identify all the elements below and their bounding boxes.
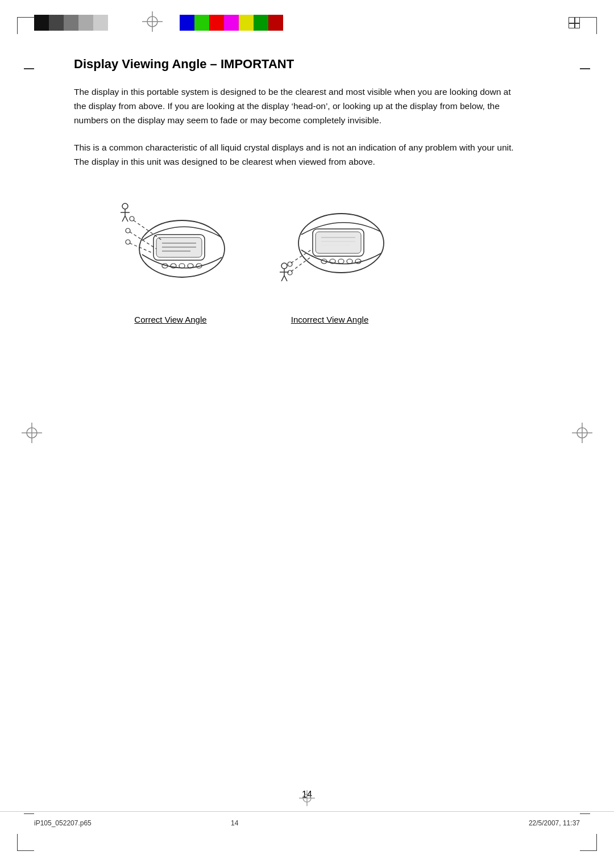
svg-point-22 [122,203,128,209]
paragraph-1: The display in this portable system is d… [74,85,517,127]
svg-point-40 [347,259,352,264]
color-blocks-left [34,15,108,31]
color-block-dark-red [268,15,283,31]
corner-mark-bl [17,834,34,851]
svg-line-29 [130,243,154,253]
top-center-crosshair [142,11,163,34]
paragraph-2: This is a common characteristic of all l… [74,141,517,169]
tick-left-top [24,68,34,69]
top-right-marks [569,17,580,28]
bottom-page-num: 14 [231,819,238,827]
svg-rect-33 [316,232,361,253]
color-block-dark-green [254,15,268,31]
section-title: Display Viewing Angle – IMPORTANT [74,57,540,72]
svg-point-17 [179,264,185,268]
tick-right-top [580,68,590,69]
svg-line-47 [291,249,313,263]
color-block-mid-gray [64,15,78,31]
color-block-yellow [239,15,254,31]
svg-point-42 [281,263,287,269]
bottom-bar: iP105_052207.p65 14 22/5/2007, 11:37 [0,811,614,834]
color-blocks-right [180,15,283,31]
incorrect-view-diagram: Incorrect View Angle [267,192,392,324]
incorrect-view-svg [267,192,392,306]
svg-point-28 [126,228,130,233]
svg-line-25 [122,216,125,222]
color-block-light-gray [78,15,93,31]
page-container: Display Viewing Angle – IMPORTANT The di… [0,0,614,868]
diagrams-container: Correct View Angle [74,192,540,324]
color-block-dark-gray [49,15,64,31]
svg-line-26 [125,216,128,222]
svg-point-48 [288,262,292,266]
svg-point-30 [126,240,130,244]
content-area: Display Viewing Angle – IMPORTANT The di… [0,51,614,358]
corner-mark-br [580,834,597,851]
color-block-green [194,15,209,31]
color-block-red [209,15,224,31]
svg-point-39 [338,259,344,264]
svg-point-21 [130,216,134,221]
correct-view-label: Correct View Angle [134,315,206,324]
incorrect-view-label: Incorrect View Angle [291,315,368,324]
correct-view-diagram: Correct View Angle [108,192,233,324]
top-bar [0,0,614,45]
svg-line-45 [281,276,284,281]
color-block-magenta [224,15,239,31]
color-block-blue [180,15,194,31]
correct-view-svg [108,192,233,306]
crosshair-right [572,423,592,445]
svg-line-49 [291,256,313,272]
svg-line-46 [284,276,287,281]
date-info: 22/5/2007, 11:37 [529,819,580,827]
file-info: iP105_052207.p65 [34,819,92,827]
color-block-black [34,15,49,31]
color-block-lighter-gray [93,15,108,31]
svg-point-50 [288,270,292,275]
bottom-crosshair [299,790,315,808]
crosshair-left [22,423,42,445]
